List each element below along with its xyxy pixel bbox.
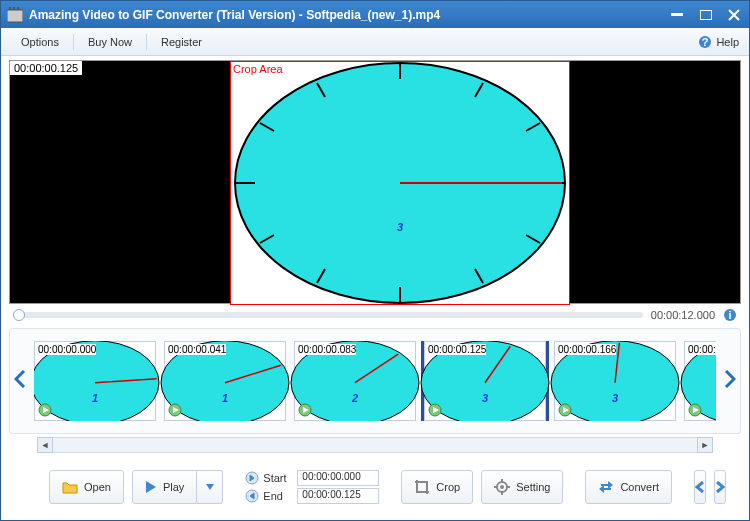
thumbs-next-button[interactable] [722,370,738,393]
help-label: Help [716,36,739,48]
thumbnail-play-icon[interactable] [428,403,442,417]
open-button[interactable]: Open [49,470,124,504]
menu-buynow[interactable]: Buy Now [78,32,142,52]
open-label: Open [84,481,111,493]
range-group: Start 00:00:00.000 End 00:00:00.125 [245,470,379,504]
seek-track[interactable] [13,312,643,318]
thumbnail-play-icon[interactable] [558,403,572,417]
svg-rect-4 [671,13,683,16]
convert-label: Convert [620,481,659,493]
thumbnail-play-icon[interactable] [168,403,182,417]
thumbnail-timestamp: 00:00:00.166 [558,344,616,355]
scrollbar-right-button[interactable]: ► [697,437,713,453]
play-icon [145,480,157,494]
thumbnail-frame[interactable]: 00:00:00.1253 [424,341,546,421]
maximize-button[interactable] [697,8,715,22]
bottom-toolbar: Open Play Start 00:00:00.000 [9,462,741,512]
menu-register[interactable]: Register [151,32,212,52]
chevron-down-icon [206,484,214,490]
svg-rect-0 [7,10,23,22]
svg-text:1: 1 [92,392,98,404]
video-preview[interactable]: 00:00:00.125 Crop Area 3 [9,60,741,304]
thumbnail-timestamp: 00:00:00.083 [298,344,356,355]
menubar: Options Buy Now Register ? Help [1,28,749,56]
thumbnail-timestamp: 00:00:00.125 [428,344,486,355]
play-label: Play [163,481,184,493]
svg-text:3: 3 [397,221,403,233]
setting-button[interactable]: Setting [481,470,563,504]
thumbnail-frame[interactable]: 00:00:00.0832 [294,341,416,421]
thumbnail-frame[interactable]: 00:00:00.0001 [34,341,156,421]
end-marker-icon[interactable] [245,489,259,503]
crop-label: Crop [436,481,460,493]
end-label: End [263,490,293,502]
help-icon: ? [698,35,712,49]
thumbs-prev-button[interactable] [12,370,28,393]
info-icon[interactable]: i [723,308,737,322]
menu-separator [73,34,74,50]
start-label: Start [263,472,293,484]
preview-frame-image: 3 [230,61,570,305]
menu-help[interactable]: ? Help [698,35,739,49]
svg-text:3: 3 [612,392,618,404]
svg-rect-3 [17,7,19,10]
titlebar: Amazing Video to GIF Converter (Trial Ve… [1,1,749,28]
crop-icon [414,479,430,495]
seek-bar-row: 00:00:12.000 i [9,304,741,326]
duration-label: 00:00:12.000 [649,309,717,321]
svg-point-51 [500,485,504,489]
play-button[interactable]: Play [132,470,197,504]
start-marker-icon[interactable] [245,471,259,485]
chevron-left-icon [695,481,705,493]
svg-rect-2 [13,7,15,10]
svg-text:2: 2 [351,392,358,404]
thumbnail-timestamp: 00:00:00.000 [38,344,96,355]
close-button[interactable] [725,8,743,22]
thumbnail-timestamp: 00:00:00 [688,344,716,355]
preview-timestamp: 00:00:00.125 [10,61,82,75]
svg-rect-5 [700,10,712,20]
thumbs-scrollbar: ◄ ► [9,436,741,454]
nav-prev-button[interactable] [694,470,706,504]
play-dropdown-button[interactable] [197,470,223,504]
thumbnail-play-icon[interactable] [688,403,702,417]
svg-text:?: ? [702,36,709,48]
scrollbar-left-button[interactable]: ◄ [37,437,53,453]
convert-button[interactable]: Convert [585,470,672,504]
crop-button[interactable]: Crop [401,470,473,504]
menu-options[interactable]: Options [11,32,69,52]
folder-icon [62,480,78,494]
minimize-button[interactable] [669,8,687,22]
menu-separator [146,34,147,50]
thumbnail-play-icon[interactable] [298,403,312,417]
app-icon [7,7,23,23]
window-title: Amazing Video to GIF Converter (Trial Ve… [29,8,669,22]
svg-text:i: i [728,309,731,321]
play-splitbutton: Play [132,470,223,504]
end-time-field[interactable]: 00:00:00.125 [297,488,379,504]
thumbnail-strip: 00:00:00.000100:00:00.041100:00:00.08320… [9,328,741,434]
gear-icon [494,479,510,495]
seek-thumb[interactable] [13,309,25,321]
nav-next-button[interactable] [714,470,726,504]
thumbnail-play-icon[interactable] [38,403,52,417]
thumbnail-frame[interactable]: 00:00:00.1663 [554,341,676,421]
chevron-right-icon [715,481,725,493]
thumbnail-frame[interactable]: 00:00:00.0411 [164,341,286,421]
svg-rect-1 [9,7,11,10]
svg-text:3: 3 [482,392,488,404]
convert-icon [598,479,614,495]
svg-text:1: 1 [222,392,228,404]
thumbnail-timestamp: 00:00:00.041 [168,344,226,355]
start-time-field[interactable]: 00:00:00.000 [297,470,379,486]
crop-area[interactable]: Crop Area 3 [230,61,570,305]
thumbnail-frame[interactable]: 00:00:00 [684,341,716,421]
scrollbar-track[interactable] [53,437,697,453]
setting-label: Setting [516,481,550,493]
